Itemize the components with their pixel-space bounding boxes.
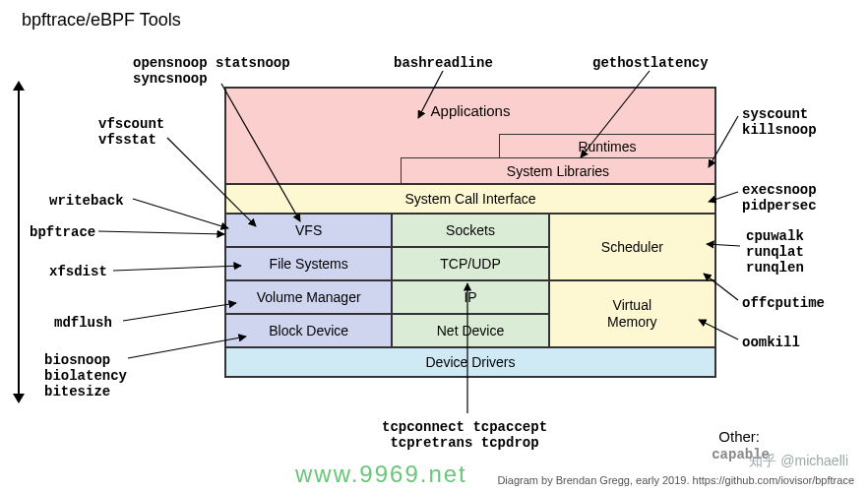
system-libraries-box: System Libraries (401, 157, 715, 184)
volume-manager-box: Volume Manager (225, 280, 392, 314)
block-device-box: Block Device (225, 314, 392, 347)
system-call-interface-box: System Call Interface (225, 184, 715, 214)
page-title: bpftrace/eBPF Tools (22, 10, 181, 31)
tool-gethostlatency: gethostlatency (592, 55, 709, 71)
vfs-box: VFS (225, 214, 392, 247)
svg-line-4 (133, 199, 228, 228)
tool-cpuwalk: cpuwalk runqlat runqlen (746, 228, 804, 276)
ip-box: IP (392, 280, 548, 314)
tool-biosnoop: biosnoop biolatency bitesize (44, 352, 127, 400)
tcp-udp-box: TCP/UDP (392, 247, 548, 280)
tool-tcpconnect: tcpconnect tcpaccept tcpretrans tcpdrop (382, 419, 547, 451)
other-label: Other: (718, 428, 760, 445)
tool-bpftrace: bpftrace (30, 224, 95, 240)
svg-line-6 (113, 266, 241, 271)
tool-execsnoop: execsnoop pidpersec (742, 182, 817, 214)
system-stack: Applications Runtimes System Libraries S… (224, 87, 716, 378)
kernel-grid: VFS File Systems Volume Manager Block De… (225, 214, 715, 347)
applications-label: Applications (226, 102, 714, 119)
credit-zhihu: 知乎 @michaelli (749, 453, 848, 470)
sockets-box: Sockets (392, 214, 548, 247)
tool-syscount: syscount killsnoop (742, 106, 817, 138)
tool-opensnoop: opensnoop statsnoop syncsnoop (133, 55, 290, 87)
svg-line-5 (98, 231, 224, 234)
device-drivers-box: Device Drivers (225, 347, 715, 377)
scheduler-box: Scheduler (549, 214, 715, 280)
tool-oomkill: oomkill (742, 335, 800, 350)
vertical-span-arrow (18, 89, 20, 396)
runtimes-box: Runtimes (499, 134, 715, 159)
tool-offcputime: offcputime (742, 295, 825, 311)
virtual-memory-box: Virtual Memory (549, 280, 715, 347)
tool-xfsdist: xfsdist (49, 264, 107, 279)
tool-bashreadline: bashreadline (394, 55, 493, 71)
tool-vfscount: vfscount vfsstat (98, 116, 164, 148)
watermark: www.9969.net (295, 461, 467, 488)
tool-mdflush: mdflush (54, 315, 112, 331)
svg-line-7 (123, 303, 236, 321)
applications-layer: Applications Runtimes System Libraries (225, 88, 715, 184)
file-systems-box: File Systems (225, 247, 392, 280)
credit-author: Diagram by Brendan Gregg, early 2019. ht… (497, 474, 854, 486)
tool-writeback: writeback (49, 193, 124, 209)
net-device-box: Net Device (392, 314, 548, 347)
